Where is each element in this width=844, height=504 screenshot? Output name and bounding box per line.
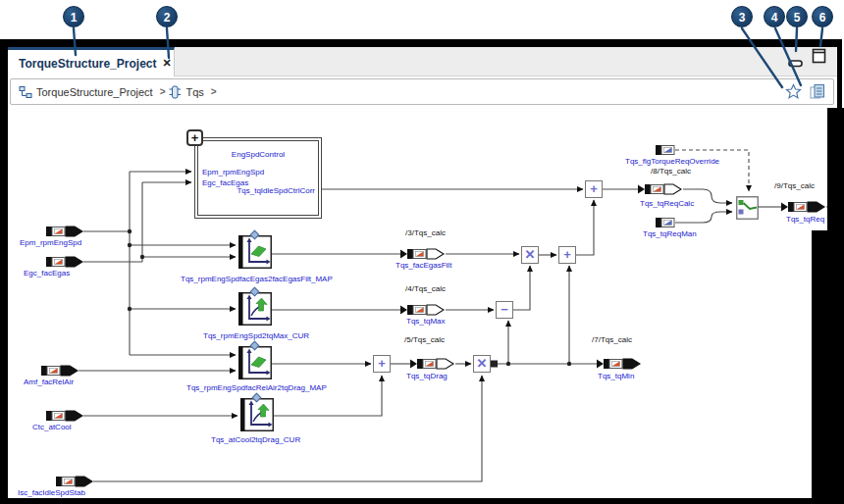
image-crop-black-upper (827, 108, 844, 230)
switch-block[interactable] (736, 196, 759, 220)
signal-tqs-tqmax[interactable] (400, 303, 446, 317)
window-border-bottom (0, 498, 844, 504)
output-tqs-tqmin[interactable] (597, 357, 642, 371)
input-ctc-atcool-label: Ctc_atCool (32, 423, 72, 431)
cur-rpmengspd2tqmax-label: Tqs_rpmEngSpd2tqMax_CUR (203, 331, 309, 340)
input-epm-rpmengspd-label: Epm_rpmEngSpd (20, 238, 81, 247)
input-amf-facrelair[interactable] (41, 364, 79, 378)
breadcrumb-item-project[interactable]: TorqueStructure_Project (36, 86, 153, 98)
sub-op-max[interactable]: − (496, 301, 513, 319)
map-rpmengspdfacrelair2tqdrag-label: Tqs_rpmEngSpdfacRelAir2tqDrag_MAP (186, 383, 327, 392)
receive-tqs-flgtorquereqoverride[interactable] (656, 143, 675, 157)
restore-button[interactable] (812, 48, 826, 68)
seq-annotation-3: /3/Tqs_calc (405, 228, 446, 237)
breadcrumb: TorqueStructure_Project > Tqs > (10, 78, 834, 105)
add-op-idle[interactable]: + (585, 180, 603, 198)
editor-tab-bar: TorqueStructure_Project ✕ (8, 47, 837, 76)
signal-tqs-tqmax-label: Tqs_tqMax (406, 317, 446, 326)
input-ctc-atcool[interactable] (46, 409, 83, 423)
seq-annotation-4: /4/Tqs_calc (405, 284, 446, 293)
window-border-left (0, 39, 8, 504)
project-diagram-icon (19, 85, 32, 99)
documentation-figure: TorqueStructure_Project ✕ TorqueStructur… (0, 0, 844, 504)
hierarchy-output-label: Tqs_tqIdleSpdCtrlCorr (237, 186, 315, 195)
output-tqs-tqreq-label: Tqs_tqReq (786, 215, 824, 224)
engspdcontrol-hierarchy-block[interactable]: EngSpdControl Epm_rpmEngSpd Egc_facEgas … (194, 137, 322, 219)
input-egc-facegas-label: Egc_facEgas (24, 269, 70, 277)
callout-badge-3: 3 (731, 6, 753, 27)
mult-op-egas[interactable]: ✕ (521, 246, 539, 264)
callout-badge-5: 5 (786, 6, 808, 27)
cur-atcool2tqdrag-label: Tqs_atCool2tqDrag_CUR (211, 435, 300, 444)
copy-pages-icon[interactable] (810, 83, 825, 100)
add-op-drag[interactable]: + (373, 355, 391, 373)
signal-tqs-tqdrag-label: Tqs_tqDrag (406, 372, 448, 380)
callout-badge-6: 6 (812, 6, 833, 27)
callout-badge-4: 4 (764, 6, 785, 27)
output-tqs-tqmin-label: Tqs_tqMin (598, 372, 634, 380)
block-diagram-canvas[interactable]: Epm_rpmEngSpdEgc_facEgasAmf_facRelAirCtc… (8, 108, 837, 498)
signal-tqs-tqdrag[interactable] (410, 357, 455, 371)
hierarchy-title: EngSpdControl (195, 150, 321, 159)
add-op-egas[interactable]: + (558, 246, 576, 264)
hierarchy-expand-button[interactable]: + (186, 129, 203, 146)
receive-tqs-tqreqman[interactable] (656, 216, 675, 229)
input-isc-facidlespdstab[interactable] (56, 475, 93, 488)
signal-tqs-tqreqcalc-label: Tqs_tqReqCalc (640, 199, 694, 208)
input-egc-facegas[interactable] (46, 255, 83, 269)
cur-atcool2tqdrag[interactable] (240, 398, 274, 431)
mult-op-min[interactable]: ✕ (473, 355, 491, 373)
input-isc-facidlespdstab-label: Isc_facIdleSpdStab (18, 488, 85, 497)
seq-annotation-5: /5/Tqs_calc (404, 335, 445, 344)
seq-annotation-8: /8/Tqs_calc (651, 167, 691, 176)
signal-tqs-tqreqcalc[interactable] (638, 182, 683, 196)
map-rpmengspdfacrelair2tqdrag[interactable] (238, 346, 272, 379)
map-rpmengspdfacegas2facegasfilt-label: Tqs_rpmEngSpdfacEgas2facEgasFilt_MAP (181, 275, 333, 283)
input-epm-rpmengspd[interactable] (46, 225, 83, 238)
map-rpmengspdfacegas2facegasfilt[interactable] (238, 235, 272, 269)
hierarchy-input-label: Epm_rpmEngSpd (202, 168, 264, 176)
tab-title: TorqueStructure_Project (19, 57, 156, 71)
component-icon (168, 85, 182, 99)
window-border-right (837, 39, 842, 110)
window-border-top (0, 39, 842, 47)
tab-torquestructure-project[interactable]: TorqueStructure_Project ✕ (8, 47, 175, 76)
callout-badge-2: 2 (156, 6, 178, 27)
output-tqs-tqreq[interactable] (781, 200, 826, 214)
seq-annotation-9: /9/Tqs_calc (774, 181, 815, 190)
favorite-star-icon[interactable] (785, 83, 802, 100)
breadcrumb-separator: > (211, 86, 217, 97)
input-amf-facrelair-label: Amf_facRelAir (24, 378, 74, 386)
minimize-button[interactable] (788, 54, 804, 72)
signal-tqs-facegasfilt[interactable] (400, 247, 446, 261)
seq-annotation-7: /7/Tqs_calc (592, 335, 632, 344)
breadcrumb-item-tqs[interactable]: Tqs (185, 86, 203, 98)
callout-badge-1: 1 (63, 6, 84, 27)
receive-tqs-tqreqman-label: Tqs_tqReqMan (643, 229, 697, 238)
breadcrumb-separator: > (160, 86, 166, 97)
image-crop-black-lower (812, 230, 844, 500)
cur-rpmengspd2tqmax[interactable] (238, 292, 272, 326)
signal-tqs-facegasfilt-label: Tqs_facEgasFilt (396, 261, 451, 270)
tab-close-icon[interactable]: ✕ (162, 57, 171, 70)
receive-tqs-flgtorquereqoverride-label: Tqs_flgTorqueReqOverride (625, 157, 719, 166)
